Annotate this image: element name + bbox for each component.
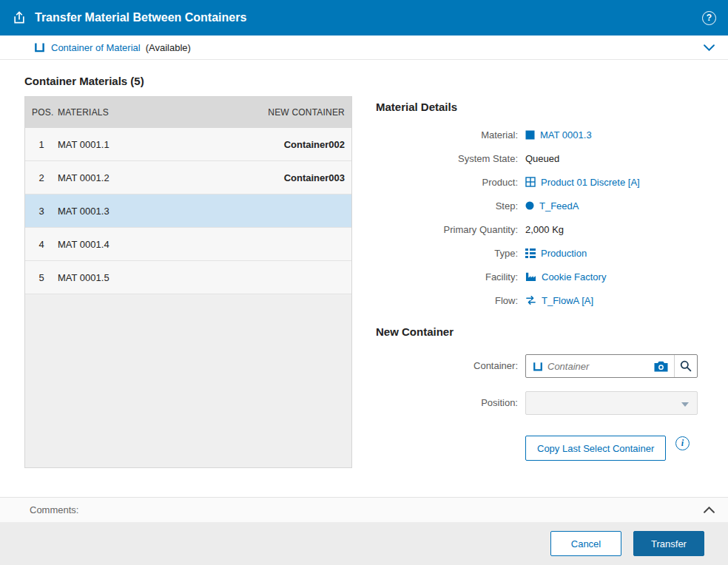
info-icon[interactable]: i xyxy=(675,436,690,450)
facility-icon xyxy=(525,271,536,282)
transfer-button[interactable]: Transfer xyxy=(633,531,704,556)
facility-link[interactable]: Cookie Factory xyxy=(542,271,606,282)
step-icon xyxy=(525,201,534,210)
row-material: MAT 0001.3 xyxy=(58,206,345,217)
detail-row: Step: T_FeedA xyxy=(376,194,703,217)
material-details: Material: MAT 0001.3 System State: Queue… xyxy=(376,123,703,312)
material-icon xyxy=(525,130,535,140)
search-icon[interactable] xyxy=(674,355,697,377)
row-material: MAT 0001.2 xyxy=(58,172,284,183)
materials-table: POS. MATERIALS NEW CONTAINER 1 MAT 0001.… xyxy=(24,96,352,468)
dialog-title: Transfer Material Between Containers xyxy=(35,11,246,24)
table-row[interactable]: 2 MAT 0001.2 Container003 xyxy=(25,161,351,194)
row-new-container: Container003 xyxy=(284,172,345,183)
container-of-material-link[interactable]: Container of Material xyxy=(51,42,141,53)
material-link[interactable]: MAT 0001.3 xyxy=(540,129,592,141)
new-container-title: New Container xyxy=(376,325,454,338)
container-field-label: Container: xyxy=(376,354,518,378)
table-row[interactable]: 1 MAT 0001.1 Container002 xyxy=(25,128,351,161)
table-row[interactable]: 4 MAT 0001.4 xyxy=(25,228,351,261)
detail-row: Flow: T_FlowA [A] xyxy=(376,288,703,312)
table-row[interactable]: 5 MAT 0001.5 xyxy=(25,261,351,294)
detail-label: Type: xyxy=(376,248,518,259)
detail-label: Step: xyxy=(376,200,518,212)
position-field-label: Position: xyxy=(376,391,518,415)
type-icon xyxy=(525,248,536,258)
row-material: MAT 0001.5 xyxy=(58,272,345,283)
system-state-value: Queued xyxy=(525,153,559,164)
row-pos: 2 xyxy=(25,172,58,183)
materials-table-header: POS. MATERIALS NEW CONTAINER xyxy=(25,97,351,128)
table-row-selected[interactable]: 3 MAT 0001.3 xyxy=(25,194,351,228)
detail-row: Material: MAT 0001.3 xyxy=(376,123,703,146)
primary-quantity-value: 2,000 Kg xyxy=(525,224,564,235)
detail-label: System State: xyxy=(376,153,518,164)
copy-last-select-container-button[interactable]: Copy Last Select Container xyxy=(525,436,666,461)
container-of-material-bar: Container of Material (Available) xyxy=(0,35,728,60)
step-link[interactable]: T_FeedA xyxy=(539,200,579,212)
product-icon xyxy=(525,177,536,187)
camera-icon[interactable] xyxy=(648,361,674,372)
detail-label: Product: xyxy=(376,177,518,188)
row-pos: 5 xyxy=(25,272,58,283)
row-pos: 1 xyxy=(25,139,58,150)
detail-label: Flow: xyxy=(376,295,518,306)
detail-label: Primary Quantity: xyxy=(376,224,518,235)
container-availability-status: (Available) xyxy=(146,42,191,53)
row-material: MAT 0001.4 xyxy=(58,239,345,250)
flow-icon xyxy=(525,295,536,305)
dialog-footer: Cancel Transfer xyxy=(0,522,728,565)
chevron-down-icon[interactable] xyxy=(702,41,716,54)
transfer-container-icon xyxy=(12,10,27,25)
container-input[interactable] xyxy=(547,361,648,372)
detail-row: System State: Queued xyxy=(376,146,703,170)
comments-section-header[interactable]: Comments: xyxy=(0,497,728,522)
detail-row: Primary Quantity: 2,000 Kg xyxy=(376,217,703,241)
app-header: Transfer Material Between Containers ? xyxy=(0,0,728,35)
container-field xyxy=(525,354,698,378)
detail-label: Material: xyxy=(376,129,518,141)
column-header-pos: POS. xyxy=(25,107,58,118)
row-new-container: Container002 xyxy=(284,139,345,150)
detail-row: Type: Production xyxy=(376,241,703,265)
dropdown-arrow-icon xyxy=(681,402,689,410)
cancel-button[interactable]: Cancel xyxy=(550,531,621,556)
container-materials-title: Container Materials (5) xyxy=(24,75,144,87)
row-pos: 4 xyxy=(25,239,58,250)
type-link[interactable]: Production xyxy=(541,248,587,259)
material-details-title: Material Details xyxy=(376,101,457,113)
row-pos: 3 xyxy=(25,206,58,217)
container-icon xyxy=(34,42,45,53)
column-header-new-container: NEW CONTAINER xyxy=(268,107,345,118)
detail-row: Product: Product 01 Discrete [A] xyxy=(376,170,703,194)
flow-link[interactable]: T_FlowA [A] xyxy=(542,295,593,306)
row-material: MAT 0001.1 xyxy=(58,139,284,150)
comments-label: Comments: xyxy=(30,504,78,515)
column-header-materials: MATERIALS xyxy=(58,107,268,118)
container-icon xyxy=(533,362,543,371)
chevron-up-icon[interactable] xyxy=(704,507,715,513)
product-link[interactable]: Product 01 Discrete [A] xyxy=(541,177,640,188)
detail-label: Facility: xyxy=(376,271,518,282)
help-icon[interactable]: ? xyxy=(702,11,716,25)
detail-row: Facility: Cookie Factory xyxy=(376,265,703,288)
transfer-material-dialog: Transfer Material Between Containers ? C… xyxy=(0,0,728,565)
position-dropdown[interactable] xyxy=(525,391,698,415)
